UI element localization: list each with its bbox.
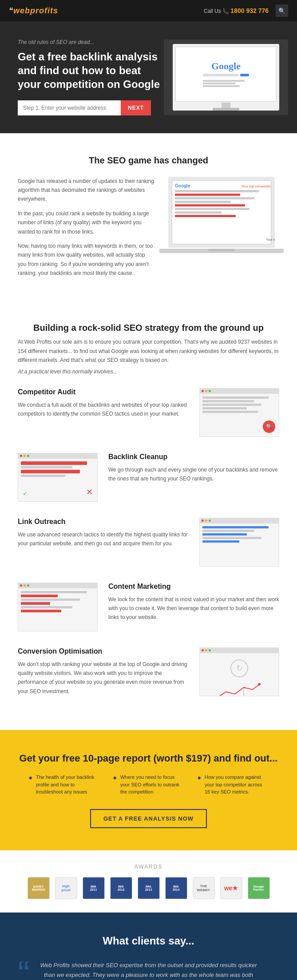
- competitor-audit-text: Competitor Audit We conduct a full audit…: [18, 388, 189, 419]
- monitor-mock: Google: [173, 44, 279, 111]
- audit-icon: 🔍: [263, 421, 275, 433]
- cta-point-text-1: The health of your backlink profile and …: [36, 774, 100, 796]
- seo-para3: Now, having too many links with keywords…: [18, 242, 155, 278]
- link-outreach-text: Link Outreach We use advanced research t…: [18, 518, 189, 548]
- arrow-label-keywords: Your most valuable keywords: [266, 238, 275, 241]
- cta-title: Get your free 10-page report (worth $197…: [18, 752, 279, 765]
- testimonial-block: “ Web Profits showed their SEO expertise…: [18, 960, 279, 980]
- award-davey: DAVEY AWARDS: [28, 877, 50, 899]
- award-ima2014: IMA2014: [165, 877, 187, 899]
- link-outreach-title: Link Outreach: [18, 518, 189, 526]
- competitor-audit-image: 🔍: [199, 388, 279, 437]
- conversion-chart: [217, 681, 261, 696]
- service-backlink-cleanup: Backlink Cleanup We go through each and …: [18, 453, 279, 502]
- laptop-screen: Google Your top competitor: [172, 180, 271, 244]
- content-marketing-desc: We look for the content that is most val…: [108, 595, 279, 622]
- call-us-label: Call Us: [204, 8, 221, 14]
- cta-point-3: ● How you compare against your top compe…: [198, 774, 269, 796]
- cta-point-text-3: How you compare against your top competi…: [205, 774, 269, 796]
- award-webby: THEWEBBY: [193, 877, 215, 899]
- hero-image: Google: [164, 40, 288, 115]
- competitor-audit-title: Competitor Audit: [18, 388, 189, 396]
- strategy-title: Building a rock-solid SEO strategy from …: [18, 323, 279, 333]
- testimonials-section: What clients say... “ Web Profits showed…: [0, 913, 297, 980]
- link-outreach-desc: We use advanced research tactics to iden…: [18, 530, 189, 548]
- seo-para2: In the past, you could rank a website by…: [18, 209, 155, 236]
- award-google-partner: GooglePartner: [248, 877, 270, 899]
- website-input[interactable]: [18, 100, 121, 115]
- logo: “webprofits: [9, 6, 58, 16]
- call-us: Call Us 📞 1800 932 776: [204, 7, 269, 14]
- seo-title: The SEO game has changed: [18, 155, 279, 166]
- conversion-opt-desc: We don't stop with ranking your website …: [18, 660, 189, 696]
- cta-bullet-3: ●: [198, 774, 201, 781]
- search-button[interactable]: 🔍: [276, 4, 288, 17]
- backlink-cleanup-title: Backlink Cleanup: [108, 453, 279, 461]
- cleanup-check-icon: ✓: [23, 490, 28, 497]
- cta-point-2: ● Where you need to focus your SEO effor…: [113, 774, 184, 796]
- hero-section: The old rules of SEO are dead... Get a f…: [0, 21, 297, 133]
- testimonial-text: Web Profits showed their SEO expertise f…: [36, 960, 261, 980]
- awards-label: AWARDS: [18, 864, 279, 870]
- google-logo-hero: Google: [203, 60, 249, 72]
- award-ima2011: IMA2011: [83, 877, 105, 899]
- cta-analysis-button[interactable]: GET A FREE ANALYSIS NOW: [90, 809, 207, 828]
- phone-number[interactable]: 1800 932 776: [230, 7, 269, 14]
- strategy-section: Building a rock-solid SEO strategy from …: [0, 305, 297, 730]
- next-button[interactable]: NEXT: [121, 100, 151, 115]
- monitor-stand: [173, 102, 279, 111]
- seo-para1: Google has released a number of updates …: [18, 177, 155, 204]
- awards-section: AWARDS DAVEY AWARDS highproof IMA2011 IM…: [0, 850, 297, 913]
- service-conversion-opt: Conversion Optimisation We don't stop wi…: [18, 647, 279, 696]
- service-content-marketing: Content Marketing We look for the conten…: [18, 583, 279, 631]
- header-right: Call Us 📞 1800 932 776 🔍: [204, 4, 288, 17]
- hero-text: The old rules of SEO are dead... Get a f…: [18, 39, 160, 115]
- strategy-desc: At Web Profits our sole aim is to ensure…: [18, 337, 279, 365]
- hero-tagline: The old rules of SEO are dead...: [18, 39, 160, 45]
- award-ima2012: IMA2012: [110, 877, 132, 899]
- award-we: we★: [220, 877, 242, 899]
- service-link-outreach: Link Outreach We use advanced research t…: [18, 518, 279, 567]
- svg-point-0: [258, 683, 261, 686]
- cta-bullet-1: ●: [29, 774, 32, 781]
- arrow-label-competitor: Your top competitor: [241, 184, 271, 188]
- awards-row: DAVEY AWARDS highproof IMA2011 IMA2012 I…: [18, 877, 279, 899]
- seo-content: Google has released a number of updates …: [18, 177, 279, 283]
- service-competitor-audit: Competitor Audit We conduct a full audit…: [18, 388, 279, 437]
- cta-point-1: ● The health of your backlink profile an…: [29, 774, 100, 796]
- hero-form: NEXT: [18, 100, 151, 115]
- cta-bullet-2: ●: [113, 774, 117, 781]
- seo-text: Google has released a number of updates …: [18, 177, 155, 283]
- laptop-bottom: [159, 249, 284, 253]
- logo-text: webprofits: [13, 6, 58, 15]
- link-outreach-image: [199, 518, 279, 567]
- conversion-circle-icon: ↻: [230, 659, 248, 677]
- cleanup-x-icon: ✕: [86, 487, 93, 497]
- conversion-opt-title: Conversion Optimisation: [18, 647, 189, 655]
- content-marketing-text: Content Marketing We look for the conten…: [108, 583, 279, 622]
- strategy-note: At a practical level this normally invol…: [18, 369, 279, 375]
- header: “webprofits Call Us 📞 1800 932 776 🔍: [0, 0, 297, 21]
- hero-headline: Get a free backlink analysis and find ou…: [18, 50, 160, 91]
- cta-points: ● The health of your backlink profile an…: [18, 774, 279, 796]
- conversion-opt-image: ↻: [199, 647, 279, 696]
- cta-point-text-2: Where you need to focus your SEO efforts…: [120, 774, 184, 796]
- backlink-cleanup-desc: We go through each and every single one …: [108, 465, 279, 484]
- award-highproof: highproof: [55, 877, 77, 899]
- seo-section: The SEO game has changed Google has rele…: [0, 133, 297, 306]
- backlink-cleanup-image: ✕ ✓: [18, 453, 98, 502]
- award-ima2013: IMA2013: [138, 877, 160, 899]
- laptop-mock: Google Your top competitor Your most val…: [168, 177, 275, 248]
- content-marketing-image: [18, 583, 98, 631]
- testimonials-title: What clients say...: [18, 935, 279, 947]
- seo-image: Google Your top competitor Your most val…: [168, 177, 279, 253]
- backlink-cleanup-text: Backlink Cleanup We go through each and …: [108, 453, 279, 484]
- content-marketing-title: Content Marketing: [108, 583, 279, 591]
- monitor-screen: Google: [175, 47, 277, 102]
- conversion-opt-text: Conversion Optimisation We don't stop wi…: [18, 647, 189, 696]
- cta-section: Get your free 10-page report (worth $197…: [0, 730, 297, 850]
- competitor-audit-desc: We conduct a full audit of the backlinks…: [18, 401, 189, 419]
- quote-open: “: [18, 956, 30, 980]
